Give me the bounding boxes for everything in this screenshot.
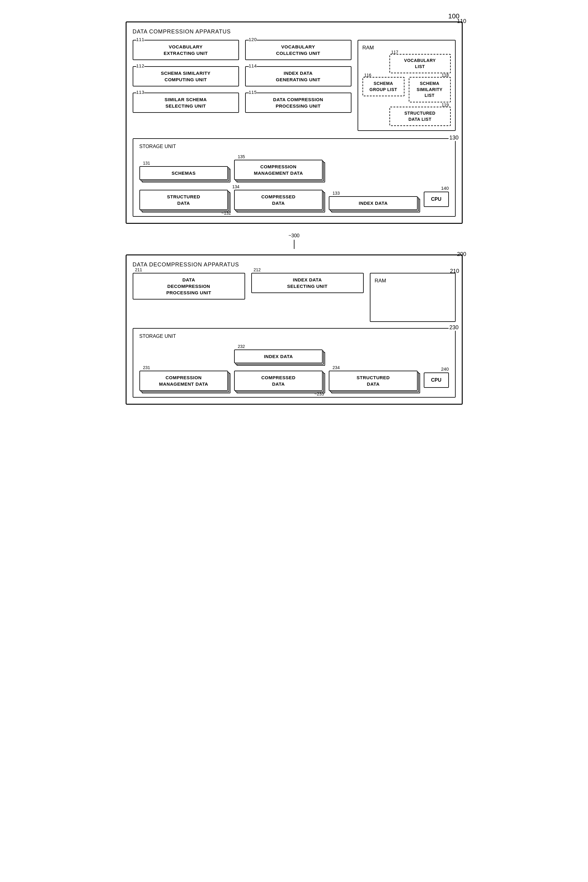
unit-212-number: 212 [254, 267, 261, 272]
storage-unit-230: STORAGE UNIT 230 231 COMPRESSIONMANAGEME… [133, 328, 456, 398]
decompression-apparatus: DATA DECOMPRESSION APPARATUS 200 211 DAT… [126, 254, 463, 405]
ram-210-label: RAM [375, 278, 451, 284]
storage-unit-130-number: 130 [448, 135, 459, 141]
cpu-240-box: CPU [424, 373, 449, 388]
ram-inner-grid: 116 SCHEMAGROUP LIST 118 SCHEMASIMILARIT… [363, 77, 451, 102]
compression-apparatus: DATA COMPRESSION APPARATUS 110 111 VOCAB… [126, 21, 463, 224]
storage-234-number: 234 [333, 365, 339, 370]
decompression-apparatus-number: 200 [457, 251, 466, 257]
index-data-130-box: INDEX DATA [329, 196, 417, 210]
cpu-240-number: 240 [441, 367, 448, 371]
unit-211: DATADECOMPRESSIONPROCESSING UNIT [133, 273, 245, 299]
structured-data-list-box: STRUCTUREDDATA LIST [390, 107, 451, 126]
ram-210-box: 210 RAM [370, 273, 456, 322]
storage-unit-230-label: STORAGE UNIT [140, 334, 449, 339]
compression-mgmt-230-box: COMPRESSIONMANAGEMENT DATA [140, 371, 228, 391]
unit-212: INDEX DATASELECTING UNIT [251, 273, 364, 293]
unit-112: 112 SCHEMA SIMILARITYCOMPUTING UNIT [133, 66, 239, 86]
storage-233-number: ~233 [314, 392, 324, 397]
structured-data-230-box: STRUCTUREDDATA [329, 371, 417, 391]
storage-231-number: 231 [143, 365, 150, 370]
storage-131-number: 131 [143, 161, 150, 165]
unit-111: 111 VOCABULARYEXTRACTING UNIT [133, 40, 239, 60]
vocabulary-list-box: VOCABULARYLIST [390, 54, 451, 73]
unit-115: 115 DATA COMPRESSIONPROCESSING UNIT [245, 93, 351, 113]
connector-300: ~300 [126, 233, 463, 249]
compression-top-section: 111 VOCABULARYEXTRACTING UNIT 120 VOCABU… [133, 40, 456, 131]
storage-unit-130: STORAGE UNIT 130 131 SCHEMAS [133, 138, 456, 217]
unit-120: 120 VOCABULARYCOLLECTING UNIT [245, 40, 351, 60]
compression-units-grid: 111 VOCABULARYEXTRACTING UNIT 120 VOCABU… [133, 40, 351, 113]
schema-group-list-box: SCHEMAGROUP LIST [363, 77, 405, 96]
storage-133-number: 133 [333, 191, 339, 195]
unit-113: 113 SIMILAR SCHEMASELECTING UNIT [133, 93, 239, 113]
decompression-units: 211 DATADECOMPRESSIONPROCESSING UNIT 212… [133, 273, 364, 299]
compression-apparatus-number: 110 [457, 18, 466, 24]
diagram-number: 100 [126, 12, 463, 20]
compression-mgmt-130-box: COMPRESSIONMANAGEMENT DATA [234, 160, 322, 180]
storage-134-number: 134 [232, 184, 239, 189]
storage-135-number: 135 [238, 154, 245, 159]
unit-211-number: 211 [135, 267, 142, 272]
cpu-140-number: 140 [441, 185, 448, 191]
compression-apparatus-label: DATA COMPRESSION APPARATUS [133, 29, 456, 35]
cpu-140-box: CPU [424, 192, 449, 207]
storage-unit-130-label: STORAGE UNIT [140, 144, 449, 149]
connector-label: ~300 [288, 233, 299, 239]
storage-unit-230-number: 230 [448, 325, 459, 331]
diagram: 100 DATA COMPRESSION APPARATUS 110 111 V… [126, 12, 463, 414]
decompression-apparatus-label: DATA DECOMPRESSION APPARATUS [133, 261, 456, 268]
ram-box: RAM 117 VOCABULARYLIST 116 [358, 40, 456, 131]
structured-data-130-box: STRUCTUREDDATA [140, 190, 228, 210]
ram-label: RAM [363, 45, 451, 51]
index-data-230-box: INDEX DATA [234, 350, 322, 363]
compressed-data-130-box: COMPRESSEDDATA [234, 190, 322, 210]
storage-232-number: 232 [238, 344, 245, 349]
decompression-top-row: 211 DATADECOMPRESSIONPROCESSING UNIT 212… [133, 273, 456, 322]
schema-similarity-list-box: SCHEMASIMILARITY LIST [409, 77, 451, 102]
compressed-data-230-box: COMPRESSEDDATA [234, 371, 322, 391]
ram-210-number: 210 [450, 268, 459, 274]
schemas-box: SCHEMAS [140, 166, 228, 180]
unit-114: 114 INDEX DATAGENERATING UNIT [245, 66, 351, 86]
storage-132-number: ~132 [221, 210, 231, 215]
